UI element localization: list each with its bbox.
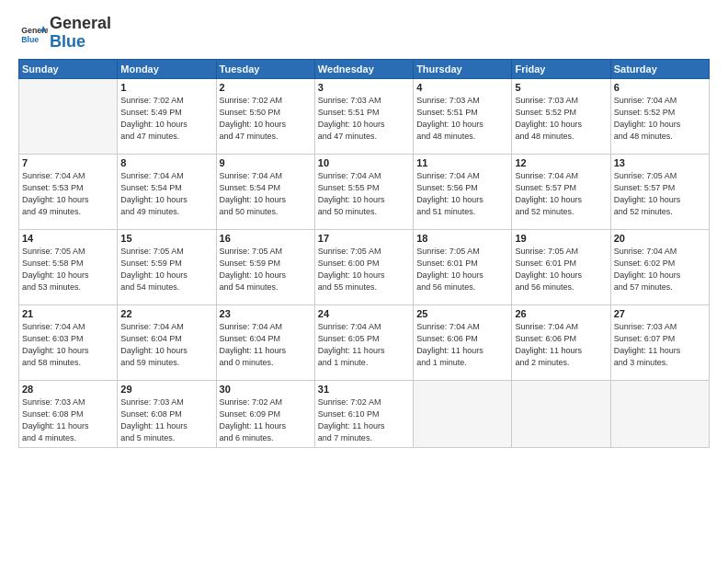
day-info: Sunrise: 7:02 AM Sunset: 6:10 PM Dayligh… <box>318 396 410 444</box>
day-number: 20 <box>614 233 706 244</box>
day-number: 19 <box>515 233 607 244</box>
logo-blue: Blue <box>50 32 85 51</box>
day-number: 8 <box>120 157 212 168</box>
day-info: Sunrise: 7:05 AM Sunset: 6:01 PM Dayligh… <box>416 246 508 293</box>
calendar-cell: 26Sunrise: 7:04 AM Sunset: 6:06 PM Dayli… <box>512 304 610 380</box>
logo-icon: General Blue <box>18 18 48 48</box>
calendar-cell <box>512 380 610 447</box>
logo-text: General Blue <box>50 15 111 52</box>
week-row-5: 28Sunrise: 7:03 AM Sunset: 6:08 PM Dayli… <box>19 380 710 447</box>
calendar-cell: 20Sunrise: 7:04 AM Sunset: 6:02 PM Dayli… <box>610 229 709 304</box>
day-info: Sunrise: 7:02 AM Sunset: 5:50 PM Dayligh… <box>220 95 312 143</box>
day-info: Sunrise: 7:05 AM Sunset: 6:00 PM Dayligh… <box>318 246 410 293</box>
calendar-cell: 27Sunrise: 7:03 AM Sunset: 6:07 PM Dayli… <box>610 304 709 380</box>
calendar-cell: 14Sunrise: 7:05 AM Sunset: 5:58 PM Dayli… <box>19 229 118 304</box>
week-row-4: 21Sunrise: 7:04 AM Sunset: 6:03 PM Dayli… <box>19 304 710 380</box>
day-number: 4 <box>416 82 508 93</box>
calendar-cell: 31Sunrise: 7:02 AM Sunset: 6:10 PM Dayli… <box>314 380 413 447</box>
day-info: Sunrise: 7:05 AM Sunset: 5:57 PM Dayligh… <box>614 170 706 218</box>
weekday-header-saturday: Saturday <box>610 59 709 78</box>
day-number: 21 <box>22 308 114 319</box>
day-number: 31 <box>318 384 410 395</box>
day-number: 27 <box>614 308 706 319</box>
day-number: 17 <box>318 233 410 244</box>
day-info: Sunrise: 7:04 AM Sunset: 5:54 PM Dayligh… <box>120 170 212 218</box>
weekday-header-thursday: Thursday <box>414 59 512 78</box>
day-number: 3 <box>318 82 410 93</box>
weekday-header-wednesday: Wednesday <box>314 59 413 78</box>
day-number: 23 <box>220 308 312 319</box>
day-number: 24 <box>318 308 410 319</box>
day-info: Sunrise: 7:03 AM Sunset: 5:51 PM Dayligh… <box>318 95 410 143</box>
weekday-header-monday: Monday <box>118 59 216 78</box>
day-info: Sunrise: 7:02 AM Sunset: 6:09 PM Dayligh… <box>220 396 312 444</box>
calendar-cell: 25Sunrise: 7:04 AM Sunset: 6:06 PM Dayli… <box>414 304 512 380</box>
calendar-cell: 30Sunrise: 7:02 AM Sunset: 6:09 PM Dayli… <box>216 380 314 447</box>
day-number: 28 <box>22 384 114 395</box>
calendar-cell: 15Sunrise: 7:05 AM Sunset: 5:59 PM Dayli… <box>118 229 216 304</box>
day-number: 22 <box>120 308 212 319</box>
calendar-cell: 23Sunrise: 7:04 AM Sunset: 6:04 PM Dayli… <box>216 304 314 380</box>
day-info: Sunrise: 7:04 AM Sunset: 6:05 PM Dayligh… <box>318 321 410 369</box>
calendar-cell: 2Sunrise: 7:02 AM Sunset: 5:50 PM Daylig… <box>216 78 314 154</box>
calendar-cell: 24Sunrise: 7:04 AM Sunset: 6:05 PM Dayli… <box>314 304 413 380</box>
day-info: Sunrise: 7:03 AM Sunset: 6:08 PM Dayligh… <box>120 396 212 444</box>
calendar-cell <box>414 380 512 447</box>
day-info: Sunrise: 7:04 AM Sunset: 5:53 PM Dayligh… <box>22 170 114 218</box>
calendar-cell: 10Sunrise: 7:04 AM Sunset: 5:55 PM Dayli… <box>314 154 413 229</box>
calendar-cell: 19Sunrise: 7:05 AM Sunset: 6:01 PM Dayli… <box>512 229 610 304</box>
calendar-cell: 18Sunrise: 7:05 AM Sunset: 6:01 PM Dayli… <box>414 229 512 304</box>
day-info: Sunrise: 7:04 AM Sunset: 6:03 PM Dayligh… <box>22 321 114 369</box>
svg-text:Blue: Blue <box>21 34 39 43</box>
calendar-cell: 3Sunrise: 7:03 AM Sunset: 5:51 PM Daylig… <box>314 78 413 154</box>
day-info: Sunrise: 7:04 AM Sunset: 5:55 PM Dayligh… <box>318 170 410 218</box>
day-info: Sunrise: 7:05 AM Sunset: 5:58 PM Dayligh… <box>22 246 114 293</box>
day-info: Sunrise: 7:05 AM Sunset: 6:01 PM Dayligh… <box>515 246 607 293</box>
calendar-cell: 11Sunrise: 7:04 AM Sunset: 5:56 PM Dayli… <box>414 154 512 229</box>
calendar-cell: 13Sunrise: 7:05 AM Sunset: 5:57 PM Dayli… <box>610 154 709 229</box>
calendar-cell: 28Sunrise: 7:03 AM Sunset: 6:08 PM Dayli… <box>19 380 118 447</box>
day-info: Sunrise: 7:05 AM Sunset: 5:59 PM Dayligh… <box>120 246 212 293</box>
day-info: Sunrise: 7:04 AM Sunset: 6:04 PM Dayligh… <box>120 321 212 369</box>
calendar-cell: 16Sunrise: 7:05 AM Sunset: 5:59 PM Dayli… <box>216 229 314 304</box>
day-number: 13 <box>614 157 706 168</box>
day-info: Sunrise: 7:03 AM Sunset: 5:52 PM Dayligh… <box>515 95 607 143</box>
header: General Blue General Blue <box>18 15 710 52</box>
day-info: Sunrise: 7:04 AM Sunset: 5:54 PM Dayligh… <box>220 170 312 218</box>
day-info: Sunrise: 7:04 AM Sunset: 5:52 PM Dayligh… <box>614 95 706 143</box>
calendar-cell: 6Sunrise: 7:04 AM Sunset: 5:52 PM Daylig… <box>610 78 709 154</box>
day-number: 9 <box>220 157 312 168</box>
day-number: 12 <box>515 157 607 168</box>
day-info: Sunrise: 7:04 AM Sunset: 5:57 PM Dayligh… <box>515 170 607 218</box>
day-info: Sunrise: 7:03 AM Sunset: 6:08 PM Dayligh… <box>22 396 114 444</box>
day-number: 14 <box>22 233 114 244</box>
day-info: Sunrise: 7:04 AM Sunset: 6:06 PM Dayligh… <box>515 321 607 369</box>
calendar-cell: 21Sunrise: 7:04 AM Sunset: 6:03 PM Dayli… <box>19 304 118 380</box>
calendar-cell: 22Sunrise: 7:04 AM Sunset: 6:04 PM Dayli… <box>118 304 216 380</box>
calendar-cell: 9Sunrise: 7:04 AM Sunset: 5:54 PM Daylig… <box>216 154 314 229</box>
calendar-cell: 1Sunrise: 7:02 AM Sunset: 5:49 PM Daylig… <box>118 78 216 154</box>
day-number: 7 <box>22 157 114 168</box>
day-info: Sunrise: 7:02 AM Sunset: 5:49 PM Dayligh… <box>120 95 212 143</box>
day-info: Sunrise: 7:04 AM Sunset: 5:56 PM Dayligh… <box>416 170 508 218</box>
day-number: 30 <box>220 384 312 395</box>
calendar-cell <box>610 380 709 447</box>
week-row-3: 14Sunrise: 7:05 AM Sunset: 5:58 PM Dayli… <box>19 229 710 304</box>
page: General Blue General Blue SundayMondayTu… <box>0 0 728 563</box>
weekday-header-row: SundayMondayTuesdayWednesdayThursdayFrid… <box>19 59 710 78</box>
week-row-2: 7Sunrise: 7:04 AM Sunset: 5:53 PM Daylig… <box>19 154 710 229</box>
calendar-cell: 8Sunrise: 7:04 AM Sunset: 5:54 PM Daylig… <box>118 154 216 229</box>
day-number: 26 <box>515 308 607 319</box>
logo: General Blue General Blue <box>18 15 111 52</box>
weekday-header-sunday: Sunday <box>19 59 118 78</box>
day-number: 15 <box>120 233 212 244</box>
day-info: Sunrise: 7:04 AM Sunset: 6:02 PM Dayligh… <box>614 246 706 293</box>
calendar-cell <box>19 78 118 154</box>
day-number: 2 <box>220 82 312 93</box>
calendar-cell: 17Sunrise: 7:05 AM Sunset: 6:00 PM Dayli… <box>314 229 413 304</box>
logo-general: General <box>50 14 111 32</box>
day-number: 6 <box>614 82 706 93</box>
day-info: Sunrise: 7:04 AM Sunset: 6:04 PM Dayligh… <box>220 321 312 369</box>
day-number: 5 <box>515 82 607 93</box>
day-number: 16 <box>220 233 312 244</box>
